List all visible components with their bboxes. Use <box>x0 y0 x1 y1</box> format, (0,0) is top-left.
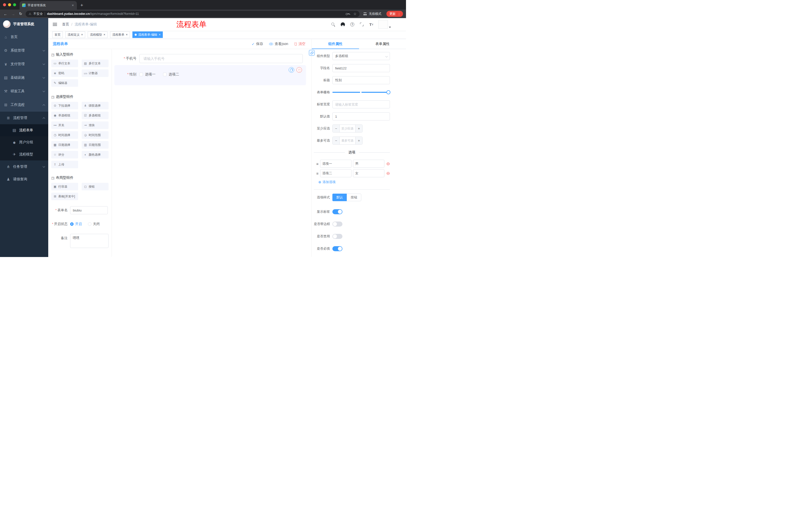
palette-item-color-picker[interactable]: 颜色选择 <box>82 151 109 158</box>
phone-input[interactable] <box>140 54 303 63</box>
tag-process-definition[interactable]: 流程定义 × <box>65 31 85 38</box>
palette-item-switch[interactable]: 开关 <box>51 121 78 129</box>
palette-item-slider[interactable]: 滑块 <box>82 121 109 129</box>
palette-item-time-picker[interactable]: 时间选择 <box>51 131 78 139</box>
canvas-field-gender-selected[interactable]: 性别 选项一 选项二 <box>114 65 306 85</box>
plus-button[interactable]: + <box>355 125 362 132</box>
back-button[interactable]: ← <box>3 12 8 16</box>
help-button[interactable] <box>350 22 355 27</box>
palette-item-editor[interactable]: 编辑器 <box>51 79 78 87</box>
delete-component-button[interactable] <box>296 67 302 73</box>
required-toggle[interactable] <box>332 246 343 251</box>
status-off-radio[interactable]: 关闭 <box>88 222 100 226</box>
status-on-radio[interactable]: 开启 <box>70 222 82 226</box>
close-icon[interactable]: × <box>159 33 161 36</box>
tag-process-form[interactable]: 流程表单 × <box>110 31 130 38</box>
github-button[interactable] <box>340 22 345 27</box>
bookmark-star-icon[interactable]: ☆ <box>353 12 356 16</box>
tab-form-props[interactable]: 表单属性 <box>359 39 406 49</box>
style-button-button[interactable]: 按钮 <box>347 194 361 201</box>
sidebar-item-system[interactable]: 系统管理 <box>0 44 48 57</box>
sidebar-item-process-form[interactable]: 流程表单 <box>0 124 48 136</box>
view-json-button[interactable]: 查看json <box>269 42 288 46</box>
sidebar-item-process-manage[interactable]: 流程管理 <box>0 112 48 124</box>
browser-update-button[interactable]: 更新 ⋮ <box>386 11 403 17</box>
slider-handle[interactable] <box>386 90 390 94</box>
minimize-window-button[interactable] <box>8 3 11 6</box>
close-icon[interactable]: × <box>104 33 105 36</box>
design-canvas[interactable]: 手机号 性别 <box>112 49 312 257</box>
copy-component-button[interactable] <box>289 67 294 73</box>
option2-name-input[interactable] <box>320 169 351 177</box>
tag-home[interactable]: 首页 <box>52 31 63 38</box>
sidebar-item-process-model[interactable]: 流程模型 <box>0 148 48 160</box>
palette-item-table[interactable]: 表格[开发中] <box>51 193 78 200</box>
plus-button[interactable]: + <box>355 137 362 144</box>
palette-item-date-range[interactable]: 日期范围 <box>82 141 109 148</box>
min-select-input[interactable] <box>340 125 355 132</box>
gender-option1-checkbox[interactable]: 选项一 <box>140 72 155 77</box>
sidebar-item-workflow[interactable]: 工作流程 <box>0 98 48 112</box>
minus-button[interactable]: − <box>332 125 340 132</box>
minus-button[interactable]: − <box>332 137 340 144</box>
tag-process-model[interactable]: 流程模型 × <box>88 31 108 38</box>
form-name-input[interactable] <box>70 206 108 214</box>
show-label-toggle[interactable] <box>332 209 343 214</box>
browser-tab[interactable]: 芋道管理系统 × <box>20 1 77 9</box>
sidebar-item-devtools[interactable]: 研发工具 <box>0 84 48 98</box>
palette-item-radio-group[interactable]: 单选框组 <box>51 112 78 119</box>
grid-slider[interactable] <box>332 88 390 96</box>
max-select-input[interactable] <box>340 137 355 144</box>
sidebar-item-home[interactable]: 首页 <box>0 30 48 44</box>
passwords-key-icon[interactable] <box>346 13 350 15</box>
sidebar-item-payment[interactable]: 支付管理 <box>0 57 48 71</box>
save-button[interactable]: ✓ 保存 <box>252 42 263 46</box>
remove-option-icon[interactable] <box>386 162 390 166</box>
browser-menu-icon[interactable]: ⋮ <box>398 12 401 16</box>
tab-close-icon[interactable]: × <box>71 3 75 7</box>
sidebar-item-infrastructure[interactable]: 基础设施 <box>0 71 48 84</box>
breadcrumb-home[interactable]: 首页 <box>62 22 69 27</box>
title-input[interactable] <box>332 76 390 84</box>
drag-handle-icon[interactable] <box>316 171 319 175</box>
border-toggle[interactable] <box>332 221 343 226</box>
user-avatar-menu[interactable] <box>378 20 391 29</box>
search-button[interactable] <box>330 22 336 27</box>
style-default-button[interactable]: 默认 <box>332 194 347 201</box>
palette-item-time-range[interactable]: 时间范围 <box>82 131 109 139</box>
forward-button[interactable]: → <box>10 12 16 16</box>
remark-textarea[interactable]: 嘿嘿 <box>70 234 109 248</box>
sidebar-collapse-button[interactable] <box>48 18 62 31</box>
default-value-input[interactable] <box>332 112 390 120</box>
palette-item-rate[interactable]: 评分 <box>51 151 78 158</box>
sidebar-logo[interactable]: 芋道管理系统 <box>0 18 48 30</box>
canvas-field-phone[interactable]: 手机号 <box>114 54 306 63</box>
close-window-button[interactable] <box>3 3 6 6</box>
palette-item-multi-text[interactable]: 多行文本 <box>82 60 109 67</box>
tab-component-props[interactable]: 组件属性 <box>312 39 359 49</box>
palette-item-date-picker[interactable]: 日期选择 <box>51 141 78 148</box>
add-option-button[interactable]: 添加选项 <box>318 180 390 184</box>
doc-link-button[interactable] <box>309 50 315 56</box>
palette-item-upload[interactable]: 上传 <box>51 161 78 168</box>
option2-value-input[interactable] <box>353 169 384 177</box>
close-icon[interactable]: × <box>126 33 127 36</box>
fullscreen-button[interactable] <box>359 22 364 27</box>
field-name-input[interactable] <box>332 64 390 72</box>
drag-handle-icon[interactable] <box>316 162 319 166</box>
option1-name-input[interactable] <box>320 160 351 168</box>
palette-item-single-text[interactable]: 单行文本 <box>51 60 78 67</box>
palette-item-cascader[interactable]: 级联选择 <box>82 102 109 109</box>
sidebar-item-user-group[interactable]: 用户分组 <box>0 136 48 148</box>
palette-item-row-container[interactable]: 行容器 <box>51 183 78 190</box>
palette-item-select[interactable]: 下拉选择 <box>51 102 78 109</box>
component-type-select[interactable]: 多选框组 <box>332 52 390 60</box>
palette-item-checkbox-group[interactable]: 多选框组 <box>82 112 109 119</box>
palette-item-counter[interactable]: 计数器 <box>82 70 109 77</box>
address-bar[interactable]: ⚠ 不安全 dashboard.yudao.iocoder.cn/bpm/man… <box>26 11 359 17</box>
tag-process-form-edit[interactable]: 流程表单-编辑 × <box>133 31 163 38</box>
close-icon[interactable]: × <box>81 33 83 36</box>
label-width-input[interactable] <box>332 100 390 108</box>
gender-option2-checkbox[interactable]: 选项二 <box>163 72 179 77</box>
disabled-toggle[interactable] <box>332 234 343 239</box>
